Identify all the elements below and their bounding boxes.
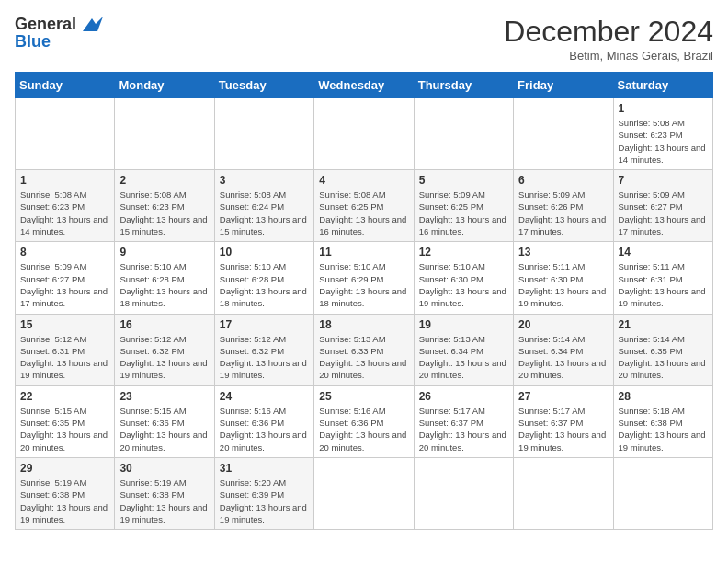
sunset-label: Sunset: 6:27 PM [619, 201, 708, 213]
calendar-week-row: 15 Sunrise: 5:12 AM Sunset: 6:31 PM Dayl… [16, 314, 713, 385]
day-number: 11 [319, 246, 408, 259]
day-info: Sunrise: 5:12 AM Sunset: 6:32 PM Dayligh… [119, 333, 209, 382]
calendar-cell [414, 98, 513, 170]
header-thursday: Thursday [414, 73, 513, 98]
day-info: Sunrise: 5:19 AM Sunset: 6:38 PM Dayligh… [20, 477, 109, 525]
daylight-label: Daylight: 13 hours and 14 minutes. [619, 142, 708, 167]
sunset-label: Sunset: 6:36 PM [220, 417, 309, 429]
calendar-header-row: SundayMondayTuesdayWednesdayThursdayFrid… [16, 73, 713, 98]
logo-bird-icon [79, 15, 103, 35]
daylight-label: Daylight: 13 hours and 20 minutes. [419, 357, 508, 382]
day-number: 5 [419, 174, 508, 187]
sunrise-label: Sunrise: 5:18 AM [619, 405, 708, 417]
daylight-label: Daylight: 13 hours and 19 minutes. [220, 501, 309, 526]
sunset-label: Sunset: 6:38 PM [119, 488, 209, 500]
calendar-cell: 12 Sunrise: 5:10 AM Sunset: 6:30 PM Dayl… [414, 242, 513, 314]
day-info: Sunrise: 5:11 AM Sunset: 6:31 PM Dayligh… [619, 260, 708, 309]
calendar-cell: 27 Sunrise: 5:17 AM Sunset: 6:37 PM Dayl… [514, 385, 613, 457]
sunset-label: Sunset: 6:32 PM [119, 345, 209, 357]
daylight-label: Daylight: 13 hours and 19 minutes. [20, 501, 109, 526]
day-number: 10 [220, 246, 309, 259]
calendar-cell: 8 Sunrise: 5:09 AM Sunset: 6:27 PM Dayli… [16, 242, 115, 314]
day-info: Sunrise: 5:08 AM Sunset: 6:23 PM Dayligh… [20, 189, 109, 237]
sunrise-label: Sunrise: 5:16 AM [319, 405, 408, 417]
sunrise-label: Sunrise: 5:09 AM [20, 260, 109, 272]
day-info: Sunrise: 5:12 AM Sunset: 6:31 PM Dayligh… [20, 333, 109, 382]
calendar-week-row: 8 Sunrise: 5:09 AM Sunset: 6:27 PM Dayli… [16, 242, 713, 314]
calendar-cell: 1 Sunrise: 5:08 AM Sunset: 6:23 PM Dayli… [613, 98, 712, 170]
sunrise-label: Sunrise: 5:10 AM [419, 260, 508, 272]
month-title: December 2024 [504, 15, 713, 49]
day-info: Sunrise: 5:14 AM Sunset: 6:34 PM Dayligh… [518, 333, 608, 382]
daylight-label: Daylight: 13 hours and 18 minutes. [319, 285, 408, 310]
sunrise-label: Sunrise: 5:15 AM [119, 405, 209, 417]
day-number: 17 [220, 318, 309, 331]
sunset-label: Sunset: 6:23 PM [119, 201, 209, 213]
header-wednesday: Wednesday [314, 73, 414, 98]
day-number: 27 [518, 390, 608, 403]
daylight-label: Daylight: 13 hours and 19 minutes. [119, 357, 209, 382]
day-info: Sunrise: 5:10 AM Sunset: 6:28 PM Dayligh… [220, 260, 309, 309]
day-number: 4 [319, 174, 408, 187]
day-number: 6 [518, 174, 608, 187]
sunset-label: Sunset: 6:25 PM [319, 201, 408, 213]
sunrise-label: Sunrise: 5:10 AM [119, 260, 209, 272]
sunrise-label: Sunrise: 5:19 AM [119, 477, 209, 488]
daylight-label: Daylight: 13 hours and 17 minutes. [20, 285, 109, 310]
header-friday: Friday [514, 73, 613, 98]
sunrise-label: Sunrise: 5:09 AM [518, 189, 608, 201]
sunset-label: Sunset: 6:37 PM [419, 417, 508, 429]
day-number: 22 [20, 390, 109, 403]
day-info: Sunrise: 5:08 AM Sunset: 6:24 PM Dayligh… [220, 189, 309, 237]
calendar-cell: 6 Sunrise: 5:09 AM Sunset: 6:26 PM Dayli… [514, 170, 613, 242]
daylight-label: Daylight: 13 hours and 18 minutes. [119, 285, 209, 310]
sunrise-label: Sunrise: 5:12 AM [119, 333, 209, 345]
sunset-label: Sunset: 6:34 PM [419, 345, 508, 357]
header-sunday: Sunday [16, 73, 115, 98]
daylight-label: Daylight: 13 hours and 19 minutes. [20, 357, 109, 382]
calendar-cell: 16 Sunrise: 5:12 AM Sunset: 6:32 PM Dayl… [115, 314, 214, 385]
calendar-cell: 10 Sunrise: 5:10 AM Sunset: 6:28 PM Dayl… [214, 242, 313, 314]
day-number: 30 [119, 462, 209, 475]
calendar-cell: 31 Sunrise: 5:20 AM Sunset: 6:39 PM Dayl… [214, 457, 313, 529]
calendar-cell: 24 Sunrise: 5:16 AM Sunset: 6:36 PM Dayl… [214, 385, 313, 457]
day-info: Sunrise: 5:20 AM Sunset: 6:39 PM Dayligh… [220, 477, 309, 525]
day-number: 8 [20, 246, 109, 259]
daylight-label: Daylight: 13 hours and 20 minutes. [119, 429, 209, 454]
sunrise-label: Sunrise: 5:17 AM [518, 405, 608, 417]
calendar-cell: 5 Sunrise: 5:09 AM Sunset: 6:25 PM Dayli… [414, 170, 513, 242]
day-info: Sunrise: 5:19 AM Sunset: 6:38 PM Dayligh… [119, 477, 209, 525]
daylight-label: Daylight: 13 hours and 20 minutes. [220, 429, 309, 454]
calendar-cell [115, 98, 214, 170]
sunrise-label: Sunrise: 5:20 AM [220, 477, 309, 488]
calendar-cell: 25 Sunrise: 5:16 AM Sunset: 6:36 PM Dayl… [314, 385, 414, 457]
calendar-cell: 30 Sunrise: 5:19 AM Sunset: 6:38 PM Dayl… [115, 457, 214, 529]
day-info: Sunrise: 5:10 AM Sunset: 6:28 PM Dayligh… [119, 260, 209, 309]
calendar-cell: 2 Sunrise: 5:08 AM Sunset: 6:23 PM Dayli… [115, 170, 214, 242]
sunset-label: Sunset: 6:38 PM [20, 488, 109, 500]
title-section: December 2024 Betim, Minas Gerais, Brazi… [504, 15, 713, 63]
sunset-label: Sunset: 6:33 PM [319, 345, 408, 357]
day-info: Sunrise: 5:16 AM Sunset: 6:36 PM Dayligh… [319, 405, 408, 454]
sunrise-label: Sunrise: 5:08 AM [619, 117, 708, 129]
sunrise-label: Sunrise: 5:19 AM [20, 477, 109, 488]
calendar-cell: 26 Sunrise: 5:17 AM Sunset: 6:37 PM Dayl… [414, 385, 513, 457]
calendar-cell: 22 Sunrise: 5:15 AM Sunset: 6:35 PM Dayl… [16, 385, 115, 457]
day-info: Sunrise: 5:08 AM Sunset: 6:23 PM Dayligh… [119, 189, 209, 237]
calendar-cell: 29 Sunrise: 5:19 AM Sunset: 6:38 PM Dayl… [16, 457, 115, 529]
day-number: 19 [419, 318, 508, 331]
day-info: Sunrise: 5:08 AM Sunset: 6:25 PM Dayligh… [319, 189, 408, 237]
day-number: 23 [119, 390, 209, 403]
calendar-cell: 20 Sunrise: 5:14 AM Sunset: 6:34 PM Dayl… [514, 314, 613, 385]
day-number: 28 [619, 390, 708, 403]
sunrise-label: Sunrise: 5:17 AM [419, 405, 508, 417]
day-info: Sunrise: 5:09 AM Sunset: 6:25 PM Dayligh… [419, 189, 508, 237]
sunset-label: Sunset: 6:38 PM [619, 417, 708, 429]
sunrise-label: Sunrise: 5:14 AM [518, 333, 608, 345]
day-number: 9 [119, 246, 209, 259]
sunrise-label: Sunrise: 5:11 AM [518, 260, 608, 272]
sunrise-label: Sunrise: 5:12 AM [220, 333, 309, 345]
day-number: 24 [220, 390, 309, 403]
sunset-label: Sunset: 6:25 PM [419, 201, 508, 213]
day-number: 31 [220, 462, 309, 475]
